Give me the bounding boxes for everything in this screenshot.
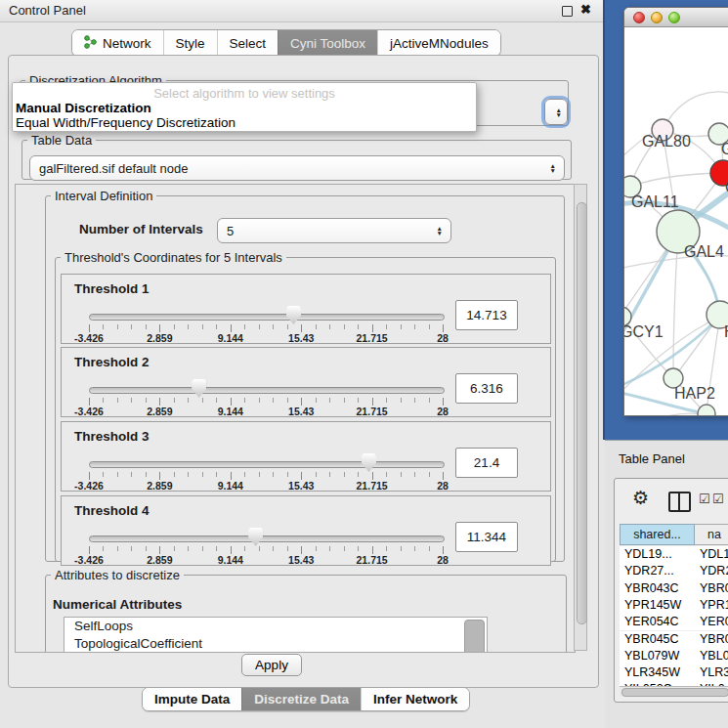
tab-infer-network[interactable]: Infer Network [361, 688, 469, 710]
slider-thumb[interactable] [286, 306, 301, 324]
column-header-shared[interactable]: shared... [620, 524, 695, 545]
tick-label: 21.715 [357, 406, 388, 417]
list-item[interactable]: SelfLoops [64, 618, 487, 635]
threshold-1-box: Threshold 1 -3.426 2.859 9.144 15.43 21.… [61, 274, 551, 344]
table-panel-title: Table Panel [619, 451, 685, 466]
panel-scrollbar[interactable] [574, 184, 587, 651]
tab-cyni-toolbox-label: Cyni Toolbox [290, 36, 365, 51]
threshold-3-value[interactable]: 21.4 [455, 448, 518, 478]
table-row[interactable]: YBR045CYBR0 [620, 631, 728, 648]
tab-discretize-data[interactable]: Discretize Data [241, 688, 361, 710]
column-header-name[interactable]: na [695, 524, 728, 545]
tick-label: 21.715 [357, 480, 388, 492]
list-item[interactable]: BetweennessCentrality [64, 652, 487, 653]
tab-style[interactable]: Style [163, 30, 217, 56]
network-window-titlebar[interactable] [624, 8, 728, 27]
threshold-4-value[interactable]: 11.344 [455, 522, 518, 552]
numerical-attributes-list[interactable]: SelfLoops TopologicalCoefficient Between… [64, 617, 488, 653]
tab-select[interactable]: Select [217, 30, 278, 56]
network-icon [84, 35, 97, 52]
num-intervals-label: Number of Intervals [79, 222, 203, 236]
table-row[interactable]: YDR27...YDR2 [620, 563, 728, 579]
table-row[interactable]: YBR043CYBR0 [620, 580, 728, 597]
tick-label: 15.43 [288, 406, 314, 417]
tab-select-label: Select [230, 36, 267, 51]
threshold-4-box: Threshold 4 -3.426 2.859 9.144 15.43 21.… [61, 495, 551, 566]
checkbox-icon[interactable]: ☑ [712, 492, 724, 506]
slider-track[interactable] [89, 461, 445, 468]
slider-thumb[interactable] [192, 379, 206, 398]
top-tabstrip: Network Style Select Cyni Toolbox jActiv… [71, 29, 501, 57]
slider-thumb[interactable] [248, 528, 263, 546]
table-row[interactable]: YLR345WYLR3 [620, 664, 728, 681]
tick-label: 28 [437, 480, 449, 492]
algorithm-dropdown-popup: Select algorithm to view settings Manual… [12, 82, 477, 132]
tick-label: 9.144 [218, 332, 243, 344]
table-row[interactable]: YBL079WYBL0 [620, 648, 728, 664]
table-data-combo-value: galFiltered.sif default node [39, 161, 188, 176]
tab-jactivemnodules[interactable]: jActiveMNodules [377, 30, 500, 56]
threshold-2-label: Threshold 2 [74, 355, 150, 369]
algorithm-option-manual[interactable]: Manual Discretization [16, 101, 151, 115]
stepper-arrows-icon: ▲▼ [437, 226, 443, 236]
tab-cyni-toolbox[interactable]: Cyni Toolbox [278, 30, 377, 56]
table-data-combo[interactable]: galFiltered.sif default node ▲▼ [29, 155, 565, 181]
table-row[interactable]: YDL19...YDL1 [620, 546, 728, 563]
network-canvas[interactable]: GAL80 GA C GAL11 GAL4 GCY1 H HAP2 [624, 27, 728, 415]
split-columns-icon[interactable] [668, 492, 691, 512]
close-traffic-light-icon[interactable] [633, 12, 645, 23]
slider-track[interactable] [89, 535, 445, 542]
network-view-window: GAL80 GA C GAL11 GAL4 GCY1 H HAP2 [623, 7, 728, 416]
float-window-icon[interactable] [562, 6, 573, 17]
node-label-gal80: GAL80 [642, 133, 691, 150]
checkbox-icon[interactable]: ☑ [699, 492, 710, 506]
node-label-partial-h: H [724, 323, 728, 341]
minimize-traffic-light-icon[interactable] [651, 12, 663, 23]
tab-network[interactable]: Network [72, 30, 163, 56]
algorithm-combo-stepper-button[interactable]: ▲▼ [544, 99, 568, 125]
network-graph [624, 27, 728, 415]
attributes-group: Attributes to discretize Numerical Attri… [45, 568, 567, 653]
node-bottom[interactable] [698, 405, 715, 415]
slider-track[interactable] [89, 387, 445, 394]
list-scrollbar[interactable] [464, 620, 485, 653]
algorithm-option-equal-width[interactable]: Equal Width/Frequency Discretization [16, 115, 236, 130]
thresholds-group: Threshold's Coordinates for 5 Intervals … [55, 250, 556, 562]
gear-icon[interactable]: ⚙ [632, 487, 649, 509]
apply-button[interactable]: Apply [241, 654, 302, 676]
attributes-legend: Attributes to discretize [51, 568, 184, 582]
num-intervals-combo[interactable]: 5 ▲▼ [217, 218, 451, 243]
tick-label: 9.144 [218, 480, 243, 492]
tick-label: 9.144 [218, 406, 243, 417]
table-row[interactable]: YER054CYER0 [620, 614, 728, 630]
algorithm-hint: Select algorithm to view settings [13, 86, 476, 101]
list-item[interactable]: TopologicalCoefficient [64, 635, 487, 653]
horizontal-scrollbar[interactable] [620, 686, 728, 697]
horizontal-scrollbar-thumb[interactable] [621, 688, 728, 697]
screen: Control Panel ✖ Network Style Select Cyn… [0, 0, 728, 728]
tab-network-label: Network [103, 36, 151, 51]
tick-label: 2.859 [147, 406, 172, 417]
node-label-gal4: GAL4 [684, 243, 724, 261]
slider-thumb[interactable] [362, 453, 376, 472]
slider-track[interactable] [89, 314, 445, 321]
tick-label: 28 [437, 406, 449, 417]
tab-impute-data[interactable]: Impute Data [143, 688, 241, 710]
threshold-3-box: Threshold 3 -3.426 2.859 9.144 15.43 21.… [61, 421, 551, 492]
threshold-1-slider: -3.426 2.859 9.144 15.43 21.715 28 [89, 310, 443, 343]
table-panel: Table Panel ⚙ ☑ ☑ shared... na YDL19...Y… [605, 440, 728, 728]
panel-scrollbar-thumb[interactable] [577, 202, 587, 624]
threshold-2-value[interactable]: 6.316 [455, 373, 518, 404]
zoom-traffic-light-icon[interactable] [668, 12, 680, 23]
interval-definition-group: Interval Definition Number of Intervals … [45, 189, 565, 562]
table-row[interactable]: YPR145WYPR1 [620, 597, 728, 614]
threshold-3-label: Threshold 3 [74, 429, 150, 444]
close-icon[interactable]: ✖ [580, 2, 591, 17]
tick-label: 28 [437, 554, 449, 566]
tab-jactivemnodules-label: jActiveMNodules [390, 36, 489, 51]
threshold-2-box: Threshold 2 -3.426 2.859 9.144 15.43 21.… [61, 347, 551, 417]
tick-label: 15.43 [288, 332, 314, 344]
node-label-gcy1: GCY1 [624, 323, 664, 341]
tick-label: -3.426 [74, 406, 104, 417]
threshold-1-value[interactable]: 14.713 [455, 300, 518, 330]
